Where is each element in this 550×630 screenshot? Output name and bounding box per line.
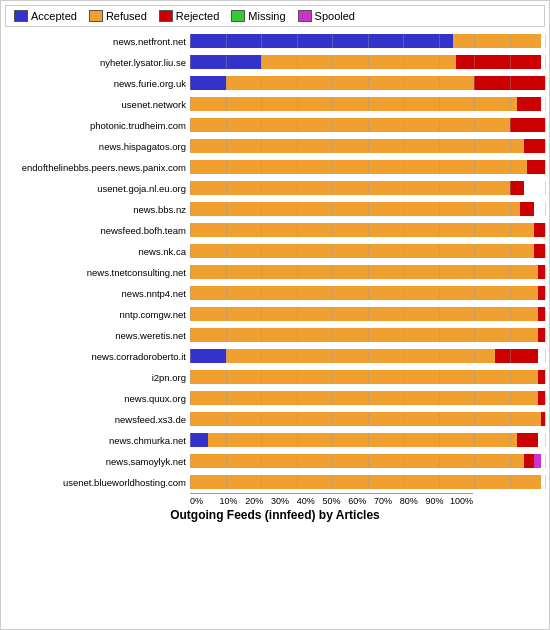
bar-container: 338245 bbox=[190, 433, 545, 447]
missing-color bbox=[231, 10, 245, 22]
accepted-color bbox=[14, 10, 28, 22]
seg-rejected bbox=[534, 223, 545, 237]
seg-refused bbox=[190, 244, 534, 258]
chart-container: Accepted Refused Rejected Missing Spoole… bbox=[0, 0, 550, 630]
chart-row: news.quux.org6847110 bbox=[5, 388, 545, 408]
seg-accepted bbox=[190, 76, 226, 90]
bar-track bbox=[190, 97, 545, 111]
bar-container: 6392385 bbox=[190, 139, 545, 153]
row-label: nntp.comgw.net bbox=[5, 309, 190, 320]
seg-spooled bbox=[534, 454, 541, 468]
bar-track bbox=[190, 76, 545, 90]
bar-track bbox=[190, 223, 545, 237]
row-label: news.quux.org bbox=[5, 393, 190, 404]
legend-refused: Refused bbox=[89, 10, 147, 22]
legend-missing: Missing bbox=[231, 10, 285, 22]
seg-rejected bbox=[538, 307, 545, 321]
bar-track bbox=[190, 160, 545, 174]
seg-rejected bbox=[520, 202, 534, 216]
chart-row: nntp.comgw.net6117147 bbox=[5, 304, 545, 324]
bar-container: 6765152 bbox=[190, 286, 545, 300]
seg-refused bbox=[190, 307, 538, 321]
seg-refused bbox=[226, 349, 496, 363]
legend-spooled: Spooled bbox=[298, 10, 355, 22]
refused-color bbox=[89, 10, 103, 22]
seg-refused bbox=[190, 139, 524, 153]
chart-row: news.hispagatos.org6392385 bbox=[5, 136, 545, 156]
bar-container: 6832189 bbox=[190, 244, 545, 258]
row-label: usenet.blueworldhosting.com bbox=[5, 477, 190, 488]
bar-container: 68162237 bbox=[190, 34, 545, 48]
seg-refused bbox=[190, 328, 538, 342]
axis-tick: 100% bbox=[447, 493, 473, 506]
bar-track bbox=[190, 118, 545, 132]
chart-row: i2pn.org6575113 bbox=[5, 367, 545, 387]
seg-refused bbox=[190, 286, 538, 300]
bar-container: 686532 bbox=[190, 454, 545, 468]
chart-row: news.chmurka.net338245 bbox=[5, 430, 545, 450]
seg-rejected bbox=[474, 76, 545, 90]
row-label: news.nntp4.net bbox=[5, 288, 190, 299]
bar-container: 6849135 bbox=[190, 328, 545, 342]
bar-container: 5812 bbox=[190, 475, 545, 489]
bar-track bbox=[190, 34, 545, 48]
row-label: photonic.trudheim.com bbox=[5, 120, 190, 131]
bar-container: 52171490 bbox=[190, 55, 545, 69]
seg-rejected bbox=[538, 265, 545, 279]
row-label: news.samoylyk.net bbox=[5, 456, 190, 467]
axis-tick: 90% bbox=[422, 493, 448, 506]
row-label: i2pn.org bbox=[5, 372, 190, 383]
seg-accepted bbox=[190, 55, 261, 69]
axis-tick: 20% bbox=[241, 493, 267, 506]
bar-container: 6137280 bbox=[190, 181, 545, 195]
bar-container: 6117147 bbox=[190, 307, 545, 321]
row-label: newsfeed.bofh.team bbox=[5, 225, 190, 236]
rejected-color bbox=[159, 10, 173, 22]
bar-container: 6841359 bbox=[190, 160, 545, 174]
row-label: news.netfront.net bbox=[5, 36, 190, 47]
row-label: usenet.network bbox=[5, 99, 190, 110]
bar-container: 6199399 bbox=[190, 97, 545, 111]
chart-row: newsfeed.bofh.team6666217 bbox=[5, 220, 545, 240]
chart-row: news.corradoroberto.it917125 bbox=[5, 346, 545, 366]
seg-rejected bbox=[524, 139, 545, 153]
bar-track bbox=[190, 412, 545, 426]
row-label: news.hispagatos.org bbox=[5, 141, 190, 152]
chart-row: news.weretis.net6849135 bbox=[5, 325, 545, 345]
chart-title: Outgoing Feeds (innfeed) by Articles bbox=[5, 508, 545, 522]
seg-refused bbox=[190, 202, 520, 216]
seg-refused bbox=[261, 55, 456, 69]
row-label: usenet.goja.nl.eu.org bbox=[5, 183, 190, 194]
bar-container: 6847110 bbox=[190, 391, 545, 405]
legend-rejected: Rejected bbox=[159, 10, 219, 22]
seg-accepted bbox=[190, 34, 453, 48]
bar-container: 6666217 bbox=[190, 223, 545, 237]
chart-row: usenet.blueworldhosting.com5812 bbox=[5, 472, 545, 492]
bar-track bbox=[190, 265, 545, 279]
row-label: news.weretis.net bbox=[5, 330, 190, 341]
seg-rejected bbox=[527, 160, 545, 174]
chart-row: photonic.trudheim.com7051395 bbox=[5, 115, 545, 135]
bar-track bbox=[190, 433, 545, 447]
chart-row: endofthelinebbs.peers.news.panix.com6841… bbox=[5, 157, 545, 177]
legend-refused-label: Refused bbox=[106, 10, 147, 22]
bar-track bbox=[190, 328, 545, 342]
bar-container: 917125 bbox=[190, 349, 545, 363]
bar-container: 3386945 bbox=[190, 76, 545, 90]
seg-refused bbox=[190, 118, 510, 132]
seg-refused bbox=[190, 97, 517, 111]
x-axis: 0%10%20%30%40%50%60%70%80%90%100% bbox=[190, 493, 473, 506]
axis-tick: 40% bbox=[293, 493, 319, 506]
bar-track bbox=[190, 139, 545, 153]
bar-track bbox=[190, 55, 545, 69]
chart-row: news.netfront.net68162237 bbox=[5, 31, 545, 51]
seg-refused bbox=[190, 475, 541, 489]
axis-tick: 70% bbox=[370, 493, 396, 506]
bar-track bbox=[190, 307, 545, 321]
seg-accepted bbox=[190, 433, 208, 447]
bar-container: 633470 bbox=[190, 412, 545, 426]
seg-refused bbox=[190, 223, 534, 237]
bar-track bbox=[190, 454, 545, 468]
row-label: news.corradoroberto.it bbox=[5, 351, 190, 362]
axis-tick: 80% bbox=[396, 493, 422, 506]
